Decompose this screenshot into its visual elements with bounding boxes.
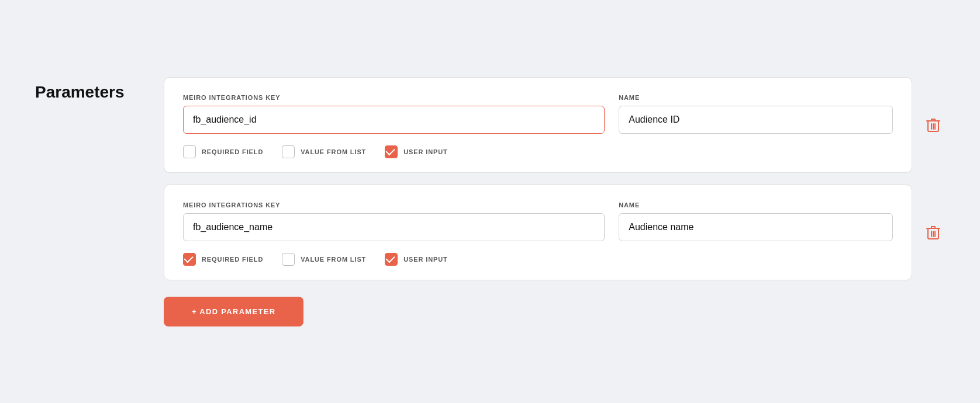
delete-button-2[interactable] [922, 220, 945, 245]
user-input-box-1 [385, 145, 398, 158]
name-label-1: NAME [619, 94, 893, 101]
required-field-label-1: REQUIRED FIELD [202, 148, 263, 155]
trash-icon-2 [926, 224, 940, 241]
page-container: Parameters MEIRO INTEGRATIONS KEY NAME [0, 54, 980, 350]
name-label-2: NAME [619, 202, 893, 209]
value-from-list-box-1 [282, 145, 295, 158]
required-field-box-2 [183, 253, 196, 266]
delete-button-1[interactable] [922, 112, 945, 138]
param-fields-2: MEIRO INTEGRATIONS KEY NAME [183, 202, 893, 241]
user-input-label-2: USER INPUT [403, 256, 447, 263]
param-card-1: MEIRO INTEGRATIONS KEY NAME REQUIRED FIE… [164, 77, 912, 173]
required-field-checkbox-2[interactable]: REQUIRED FIELD [183, 253, 263, 266]
value-from-list-checkbox-1[interactable]: VALUE FROM LIST [282, 145, 366, 158]
param-card-2: MEIRO INTEGRATIONS KEY NAME REQUIRED FIE… [164, 185, 912, 280]
checkboxes-row-2: REQUIRED FIELD VALUE FROM LIST USER INPU… [183, 253, 893, 266]
value-from-list-box-2 [282, 253, 295, 266]
add-parameter-button[interactable]: + ADD PARAMETER [164, 297, 303, 326]
name-field-group-2: NAME [619, 202, 893, 241]
checkboxes-row-1: REQUIRED FIELD VALUE FROM LIST USER INPU… [183, 145, 893, 158]
name-field-group-1: NAME [619, 94, 893, 134]
user-input-checkbox-2[interactable]: USER INPUT [385, 253, 447, 266]
user-input-box-2 [385, 253, 398, 266]
param-row-1: MEIRO INTEGRATIONS KEY NAME REQUIRED FIE… [164, 77, 945, 173]
key-label-2: MEIRO INTEGRATIONS KEY [183, 202, 605, 209]
param-row-2: MEIRO INTEGRATIONS KEY NAME REQUIRED FIE… [164, 185, 945, 280]
required-field-checkbox-1[interactable]: REQUIRED FIELD [183, 145, 263, 158]
param-fields-1: MEIRO INTEGRATIONS KEY NAME [183, 94, 893, 134]
page-title: Parameters [35, 77, 129, 102]
key-label-1: MEIRO INTEGRATIONS KEY [183, 94, 605, 101]
key-field-group-1: MEIRO INTEGRATIONS KEY [183, 94, 605, 134]
key-input-2[interactable] [183, 213, 605, 241]
key-input-1[interactable] [183, 106, 605, 134]
value-from-list-label-1: VALUE FROM LIST [301, 148, 366, 155]
parameters-area: MEIRO INTEGRATIONS KEY NAME REQUIRED FIE… [164, 77, 945, 326]
name-input-1[interactable] [619, 106, 893, 134]
value-from-list-label-2: VALUE FROM LIST [301, 256, 366, 263]
key-field-group-2: MEIRO INTEGRATIONS KEY [183, 202, 605, 241]
name-input-2[interactable] [619, 213, 893, 241]
trash-icon-1 [926, 117, 940, 133]
user-input-checkbox-1[interactable]: USER INPUT [385, 145, 447, 158]
required-field-box-1 [183, 145, 196, 158]
value-from-list-checkbox-2[interactable]: VALUE FROM LIST [282, 253, 366, 266]
required-field-label-2: REQUIRED FIELD [202, 256, 263, 263]
user-input-label-1: USER INPUT [403, 148, 447, 155]
